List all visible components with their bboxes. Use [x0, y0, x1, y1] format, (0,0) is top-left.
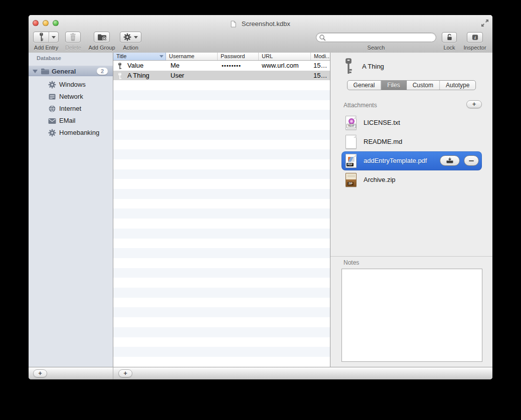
- chevron-down-icon: [52, 36, 56, 39]
- add-group-label: Add Group: [87, 45, 117, 51]
- tab-autotype[interactable]: Autotype: [440, 81, 475, 90]
- table-header-row: Title Username Password URL Modi…: [113, 53, 330, 61]
- attachment-row-selected[interactable]: PDF addEntryTemplate.pdf: [341, 151, 482, 170]
- envelope-icon: [48, 117, 56, 125]
- column-header-title[interactable]: Title: [113, 53, 166, 60]
- pdf-file-icon: PDF: [345, 154, 357, 168]
- key-icon: [343, 58, 354, 75]
- sidebar-item-label: Internet: [59, 105, 81, 112]
- fullscreen-icon[interactable]: [480, 19, 489, 28]
- download-tray-icon: [446, 157, 454, 164]
- attachment-name: Archive.zip: [364, 176, 396, 183]
- attachments-section-label: Attachments: [343, 102, 377, 109]
- folder-plus-icon: [97, 34, 107, 41]
- entry-modified: 15…: [311, 72, 330, 79]
- sidebar-item-homebanking[interactable]: Homebanking: [29, 127, 113, 139]
- attachment-name: README.md: [364, 138, 402, 145]
- table-row[interactable]: Value Me •••••••• www.url.com 15…: [113, 61, 330, 71]
- app-window: Screenshot.kdbx Add Entry Delete A: [29, 15, 492, 379]
- attachment-name: LICENSE.txt: [364, 119, 400, 126]
- key-icon: [34, 32, 49, 42]
- bottom-bar: + +: [29, 367, 492, 379]
- search-input[interactable]: [327, 34, 435, 42]
- entry-title: A Thing: [127, 72, 149, 79]
- minus-icon: [469, 160, 474, 161]
- search-label: Search: [361, 45, 391, 51]
- notes-section-label: Notes: [343, 259, 359, 266]
- entry-username: Me: [166, 62, 218, 69]
- sidebar-item-windows[interactable]: Windows: [29, 79, 113, 91]
- notes-divider: [330, 256, 492, 257]
- entry-username: User: [166, 72, 218, 79]
- gear-icon: [48, 81, 56, 89]
- gear-icon: [48, 129, 56, 137]
- md-file-icon: [345, 135, 357, 149]
- tab-custom[interactable]: Custom: [407, 81, 440, 90]
- inspector-tab-bar: General Files Custom Autotype: [347, 80, 476, 90]
- action-button[interactable]: [120, 32, 141, 43]
- add-group-button[interactable]: [94, 32, 110, 43]
- action-label: Action: [119, 45, 142, 51]
- globe-icon: [48, 105, 56, 113]
- entry-count-badge: 2: [97, 68, 108, 75]
- entry-modified: 15…: [311, 62, 330, 69]
- sidebar-item-network[interactable]: Network: [29, 91, 113, 103]
- add-attachment-button[interactable]: +: [466, 100, 482, 108]
- entry-url: www.url.com: [259, 62, 311, 69]
- tab-general[interactable]: General: [348, 81, 382, 90]
- add-entry-button[interactable]: [33, 32, 59, 43]
- window-title-group: Screenshot.kdbx: [29, 19, 492, 27]
- sidebar-item-label: Windows: [59, 81, 86, 88]
- remove-attachment-button[interactable]: [464, 155, 479, 166]
- entry-table: Title Username Password URL Modi… Value …: [113, 53, 330, 367]
- add-entry-footer-button[interactable]: +: [118, 369, 132, 377]
- disclosure-triangle-icon[interactable]: [33, 70, 38, 73]
- zip-file-icon: ZIP: [345, 173, 357, 187]
- column-header-modified[interactable]: Modi…: [311, 53, 330, 60]
- server-icon: [48, 93, 56, 101]
- bottom-bar-divider: [113, 367, 113, 379]
- inspector-button[interactable]: i: [467, 32, 483, 43]
- attachment-row[interactable]: README.md: [341, 132, 482, 151]
- open-padlock-icon: [446, 34, 453, 41]
- table-row-selected[interactable]: A Thing User 15…: [113, 71, 330, 81]
- delete-label: Delete: [63, 45, 84, 51]
- add-entry-label: Add Entry: [30, 45, 63, 51]
- inspector-label: Inspector: [460, 45, 490, 51]
- magnifier-icon: [319, 34, 326, 41]
- gear-icon: [123, 33, 131, 41]
- attachment-row[interactable]: ZIP Archive.zip: [341, 170, 482, 189]
- sidebar-item-email[interactable]: EMail: [29, 115, 113, 127]
- inspector-panel: A Thing General Files Custom Autotype At…: [330, 53, 492, 367]
- add-entry-dropdown[interactable]: [49, 32, 58, 42]
- sidebar-item-internet[interactable]: Internet: [29, 103, 113, 115]
- key-icon: [117, 63, 122, 69]
- entry-title: Value: [127, 62, 143, 69]
- trash-icon: [70, 33, 76, 41]
- column-header-username[interactable]: Username: [166, 53, 218, 60]
- inspector-entry-title: A Thing: [362, 63, 384, 70]
- tab-files[interactable]: Files: [381, 81, 406, 90]
- txt-file-icon: TEXT: [345, 116, 357, 130]
- column-header-url[interactable]: URL: [259, 53, 311, 60]
- notes-textarea[interactable]: [341, 269, 482, 362]
- document-proxy-icon[interactable]: [231, 21, 236, 28]
- titlebar-toolbar: Screenshot.kdbx Add Entry Delete A: [29, 15, 492, 53]
- search-field[interactable]: [316, 33, 436, 42]
- lock-button[interactable]: [442, 32, 457, 43]
- attachment-name: addEntryTemplate.pdf: [364, 157, 427, 164]
- add-group-footer-button[interactable]: +: [33, 369, 47, 377]
- column-header-password[interactable]: Password: [218, 53, 259, 60]
- database-section-header: Database: [37, 55, 61, 61]
- window-title: Screenshot.kdbx: [242, 20, 290, 28]
- sidebar-item-label: Homebanking: [59, 129, 99, 136]
- save-attachment-button[interactable]: [440, 155, 460, 166]
- info-icon: i: [471, 34, 479, 41]
- delete-button[interactable]: [65, 32, 81, 43]
- attachment-row[interactable]: TEXT LICENSE.txt: [341, 113, 482, 132]
- chevron-down-icon: [134, 36, 138, 39]
- sidebar-item-general[interactable]: General 2: [29, 66, 113, 76]
- sort-descending-icon: [159, 55, 163, 58]
- lock-label: Lock: [436, 45, 463, 51]
- sidebar-group-label: General: [52, 68, 76, 75]
